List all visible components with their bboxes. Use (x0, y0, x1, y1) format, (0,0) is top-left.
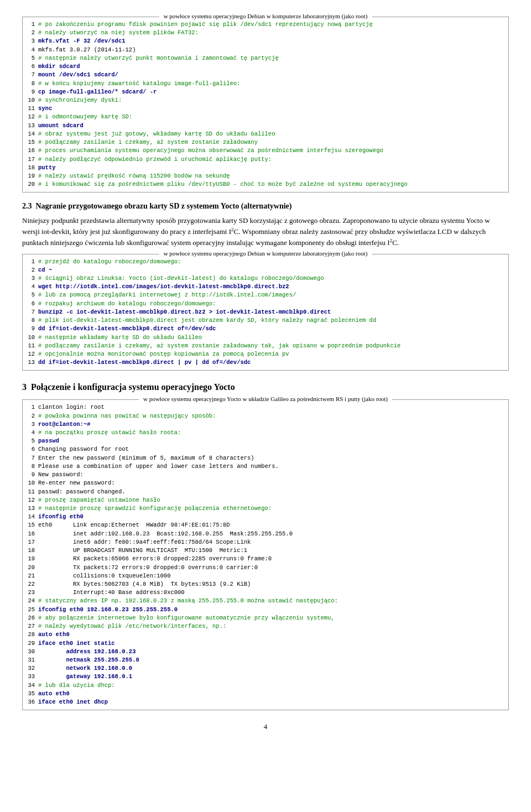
code-line: 36iface eth0 inet dhcp (23, 698, 508, 706)
line-number: 5 (23, 437, 38, 445)
line-content: RX bytes:5062703 (4.8 MiB) TX bytes:9513… (38, 580, 508, 589)
code-line: 1# przejdź do katalogu roboczego/domoweg… (23, 258, 508, 266)
code-block-1: w powłoce systemu operacyjnego Debian w … (22, 17, 509, 192)
line-content: # następnie wkładamy kartę SD do układu … (38, 334, 508, 342)
code-line: 8Please use a combination of upper and l… (23, 462, 508, 471)
line-number: 19 (23, 555, 38, 563)
line-number: 9 (23, 471, 38, 479)
line-content: bunzip2 -c iot-devkit-latest-mmcblkp0.di… (38, 308, 508, 316)
code-line: 10# synchronizujemy dyski: (23, 96, 508, 105)
line-content: passwd: password changed. (38, 488, 508, 496)
code-line: 5passwd (23, 437, 508, 445)
code-line: 7mount /dev/sdc1 sdcard/ (23, 71, 508, 79)
line-content: # podłączamy zasilanie i czekamy, aż sys… (38, 138, 508, 147)
code-line: 29iface eth0 inet static (23, 639, 508, 648)
line-number: 5 (23, 54, 38, 63)
line-number: 1 (23, 403, 38, 412)
line-number: 3 (23, 37, 38, 45)
section-3-heading: 3 Połączenie i konfiguracja systemu oper… (22, 381, 509, 394)
code-line: 2# należy utworzyć na niej system plików… (23, 29, 508, 37)
code-line: 14ifconfig eth0 (23, 513, 508, 521)
line-content: putty (38, 164, 508, 172)
line-content: # przejdź do katalogu roboczego/domowego… (38, 258, 508, 266)
code-line: 17# należy podłączyć odpowiednio przewód… (23, 155, 508, 164)
line-number: 13 (23, 358, 38, 367)
line-number: 13 (23, 504, 38, 513)
line-content: iface eth0 inet dhcp (38, 698, 508, 706)
code-line: 28auto eth0 (23, 631, 508, 639)
line-content: # należy podłączyć odpowiednio przewód i… (38, 155, 508, 164)
line-number: 8 (23, 462, 38, 471)
code-line: 16# proces uruchamiania systemu operacyj… (23, 147, 508, 155)
line-number: 16 (23, 147, 38, 155)
line-content: # na początku proszę ustawić hasło roota… (38, 429, 508, 437)
line-content: network 192.168.0.0 (38, 664, 508, 673)
line-content: ifconfig eth0 192.168.0.23 255.255.255.0 (38, 606, 508, 614)
code-block-2: w powłoce systemu operacyjnego Debian w … (22, 254, 509, 371)
line-content: collisions:0 txqueuelen:1000 (38, 572, 508, 580)
line-content: cd ~ (38, 266, 508, 274)
code-line: 9dd if=iot-devkit-latest-mmcblkp0.direct… (23, 325, 508, 333)
code-line: 3mkfs.vfat -F 32 /dev/sdc1 (23, 37, 508, 45)
code-line: 31 netmask 255.255.255.0 (23, 656, 508, 664)
line-content: wget http://iotdk.intel.com/images/iot-d… (38, 283, 508, 291)
line-number: 7 (23, 71, 38, 79)
line-content: cp image-full-galileo/* sdcard/ -r (38, 88, 508, 96)
code-line: 5# następnie należy utworzyć punkt monto… (23, 54, 508, 63)
line-number: 14 (23, 130, 38, 138)
line-content: umount sdcard (38, 122, 508, 130)
line-content: dd if=iot-devkit-latest-mmcblkp0.direct … (38, 358, 508, 367)
line-content: inet6 addr: fe80::9a4f:eeff:fe01:758d/64… (38, 538, 508, 546)
code-content-1: 1# po zakończeniu programu fdisk powinie… (23, 17, 508, 192)
line-number: 33 (23, 673, 38, 681)
line-number: 2 (23, 266, 38, 274)
code-line: 13dd if=iot-devkit-latest-mmcblkp0.direc… (23, 358, 508, 367)
line-content: # i odmontowujemy kartę SD: (38, 113, 508, 121)
line-content: TX packets:72 errors:0 dropped:0 overrun… (38, 564, 508, 572)
line-number: 18 (23, 546, 38, 555)
code-line: 1clanton login: root (23, 403, 508, 412)
line-number: 12 (23, 113, 38, 121)
subsection-2-3-heading: 2.3 Nagranie przygotowanego obrazu karty… (22, 200, 509, 212)
line-content: # podłączamy zasilanie i czekamy, aż sys… (38, 342, 508, 350)
line-number: 22 (23, 580, 38, 589)
line-content: auto eth0 (38, 631, 508, 639)
code-line: 12# opcjonalnie można monitorować postęp… (23, 350, 508, 358)
line-number: 4 (23, 46, 38, 54)
line-content: address 192.168.0.23 (38, 648, 508, 656)
line-number: 28 (23, 631, 38, 639)
line-number: 26 (23, 614, 38, 622)
line-content: # i komunikować się za pośrednictwem pli… (38, 180, 508, 189)
line-content: # proszę zapamiętać ustawione hasło (38, 496, 508, 504)
code-line: 5# lub za pomocą przeglądarki internetow… (23, 291, 508, 299)
line-content: mkfs.vfat -F 32 /dev/sdc1 (38, 37, 508, 45)
line-content: mkdir sdcard (38, 63, 508, 71)
line-content: Changing password for root (38, 445, 508, 454)
line-number: 24 (23, 597, 38, 605)
code-line: 7Enter the new password (minimum of 5, m… (23, 454, 508, 462)
line-number: 31 (23, 656, 38, 664)
line-content: # ściągnij obraz Linuksa: Yocto (iot-dev… (38, 274, 508, 283)
line-content: UP BROADCAST RUNNING MULTICAST MTU:1500 … (38, 546, 508, 555)
line-content: # następnie należy utworzyć punkt montow… (38, 54, 508, 63)
code-line: 20 TX packets:72 errors:0 dropped:0 over… (23, 564, 508, 572)
line-number: 6 (23, 63, 38, 71)
line-number: 10 (23, 479, 38, 487)
code-block-3-title: w powłoce systemu operacyjnego Yocto w u… (139, 394, 392, 404)
line-number: 6 (23, 445, 38, 454)
code-line: 4wget http://iotdk.intel.com/images/iot-… (23, 283, 508, 291)
line-number: 1 (23, 258, 38, 266)
code-line: 13umount sdcard (23, 122, 508, 130)
page-number: 4 (22, 721, 509, 732)
code-block-2-title: w powłoce systemu operacyjnego Debian w … (159, 249, 372, 258)
line-content: gateway 192.168.0.1 (38, 673, 508, 681)
code-line: 10Re-enter new password: (23, 479, 508, 487)
code-line: 23 Interrupt:40 Base address:0xc000 (23, 589, 508, 597)
code-line: 18 UP BROADCAST RUNNING MULTICAST MTU:15… (23, 546, 508, 555)
line-content: # należy utworzyć na niej system plików … (38, 29, 508, 37)
line-number: 12 (23, 350, 38, 358)
line-number: 12 (23, 496, 38, 504)
line-number: 3 (23, 274, 38, 283)
line-number: 18 (23, 164, 38, 172)
code-line: 25ifconfig eth0 192.168.0.23 255.255.255… (23, 606, 508, 614)
